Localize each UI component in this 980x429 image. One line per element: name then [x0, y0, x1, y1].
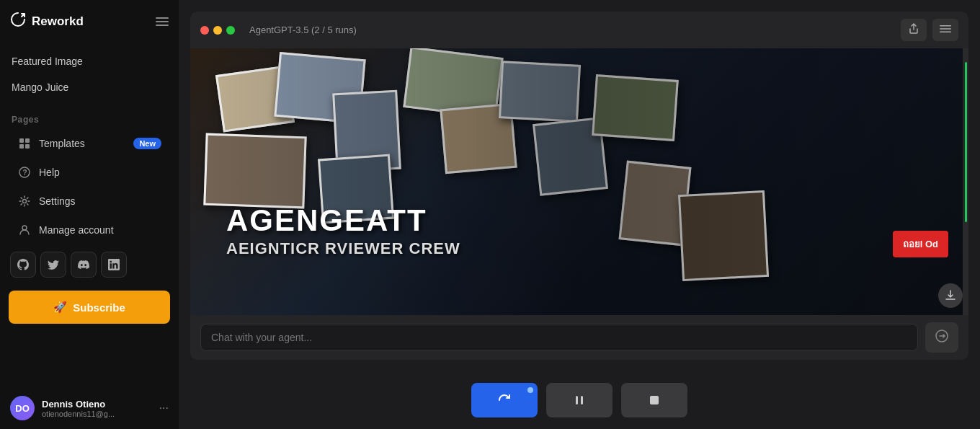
svg-rect-12: [940, 28, 951, 30]
templates-new-badge: New: [133, 138, 161, 149]
templates-icon: [17, 136, 32, 151]
sidebar: Reworkd Featured Image Mango Juice Pages…: [0, 0, 179, 429]
svg-rect-2: [156, 25, 169, 26]
svg-rect-3: [19, 138, 24, 143]
github-icon-button[interactable]: [10, 252, 36, 278]
chat-area: [190, 315, 968, 360]
download-button[interactable]: [938, 283, 963, 308]
user-more-button[interactable]: ···: [159, 402, 169, 415]
settings-icon: [17, 194, 32, 208]
main-content: AgentGPT-3.5 (2 / 5 runs): [179, 0, 980, 429]
sidebar-item-help[interactable]: ? Help: [6, 159, 173, 186]
overlay-heading: AGENGEATT AEIGNTICR RVIEWER CREW: [226, 204, 460, 257]
bottom-controls: [179, 371, 980, 429]
logo-area: Reworkd: [10, 12, 84, 31]
linkedin-icon-button[interactable]: [101, 252, 127, 278]
share-button[interactable]: [901, 19, 927, 41]
help-label: Help: [39, 167, 161, 178]
sidebar-header: Reworkd: [0, 0, 179, 43]
sidebar-item-templates[interactable]: Templates New: [6, 130, 173, 157]
reworkd-logo-icon: [10, 12, 26, 31]
window-title: AgentGPT-3.5 (2 / 5 runs): [249, 25, 357, 35]
content-area: AGENGEATT AEIGNTICR RVIEWER CREW ถอยl Od: [190, 48, 968, 315]
svg-text:?: ?: [23, 169, 27, 177]
agent-image-display: AGENGEATT AEIGNTICR RVIEWER CREW ถอยl Od: [190, 48, 963, 315]
avatar-initials: DO: [15, 403, 30, 414]
svg-rect-16: [581, 396, 583, 404]
svg-rect-17: [650, 396, 659, 404]
user-area: DO Dennis Otieno otienodennis11@g... ···: [0, 387, 179, 429]
user-email: otienodennis11@g...: [42, 410, 152, 418]
sidebar-item-settings[interactable]: Settings: [6, 187, 173, 215]
window-maximize-dot[interactable]: [226, 26, 235, 35]
social-icons-row: [0, 244, 179, 285]
manage-account-label: Manage account: [39, 224, 161, 236]
scrollbar[interactable]: [963, 48, 968, 315]
svg-rect-13: [940, 32, 951, 33]
svg-rect-11: [940, 25, 951, 27]
svg-rect-1: [156, 21, 169, 22]
window-controls: [200, 26, 235, 35]
svg-rect-4: [25, 138, 30, 143]
user-name: Dennis Otieno: [42, 399, 152, 410]
templates-label: Templates: [39, 138, 126, 149]
menu-toggle-button[interactable]: [156, 15, 169, 28]
svg-rect-6: [25, 144, 30, 149]
svg-point-10: [22, 226, 27, 230]
window-close-dot[interactable]: [200, 26, 209, 35]
refresh-button[interactable]: [471, 383, 538, 417]
logo-text: Reworkd: [32, 14, 84, 29]
image-background: AGENGEATT AEIGNTICR RVIEWER CREW ถอยl Od: [190, 48, 963, 315]
chat-input[interactable]: [200, 324, 918, 351]
sidebar-item-manage-account[interactable]: Manage account: [6, 216, 173, 244]
help-icon: ?: [17, 165, 32, 180]
overlay-subtext: AEIGNTICR RVIEWER CREW: [226, 240, 460, 257]
subscribe-label: Subscribe: [73, 301, 125, 314]
manage-account-icon: [17, 223, 32, 237]
svg-rect-5: [19, 144, 24, 149]
window-menu-button[interactable]: [932, 19, 958, 41]
svg-rect-0: [156, 17, 169, 19]
twitter-icon-button[interactable]: [40, 252, 66, 278]
svg-point-9: [23, 200, 27, 203]
agent-window: AgentGPT-3.5 (2 / 5 runs): [190, 12, 968, 360]
discord-icon-button[interactable]: [71, 252, 97, 278]
red-badge: ถอยl Od: [893, 231, 948, 257]
window-actions: [901, 19, 958, 41]
pages-section-label: Pages: [0, 106, 179, 129]
recent-item-featured-image[interactable]: Featured Image: [0, 48, 179, 74]
pause-button[interactable]: [546, 383, 612, 417]
window-titlebar: AgentGPT-3.5 (2 / 5 runs): [190, 12, 968, 48]
scroll-track: [965, 48, 967, 315]
settings-label: Settings: [39, 195, 161, 207]
user-info: Dennis Otieno otienodennis11@g...: [42, 399, 152, 418]
svg-rect-15: [576, 396, 578, 404]
window-minimize-dot[interactable]: [213, 26, 222, 35]
avatar: DO: [10, 396, 35, 420]
subscribe-button[interactable]: 🚀 Subscribe: [9, 291, 170, 324]
stop-button[interactable]: [621, 383, 687, 417]
rocket-icon: 🚀: [53, 301, 67, 314]
scroll-thumb: [965, 62, 967, 222]
recent-item-mango-juice[interactable]: Mango Juice: [0, 74, 179, 100]
chat-send-button[interactable]: [925, 322, 958, 353]
recent-items-list: Featured Image Mango Juice: [0, 43, 179, 106]
